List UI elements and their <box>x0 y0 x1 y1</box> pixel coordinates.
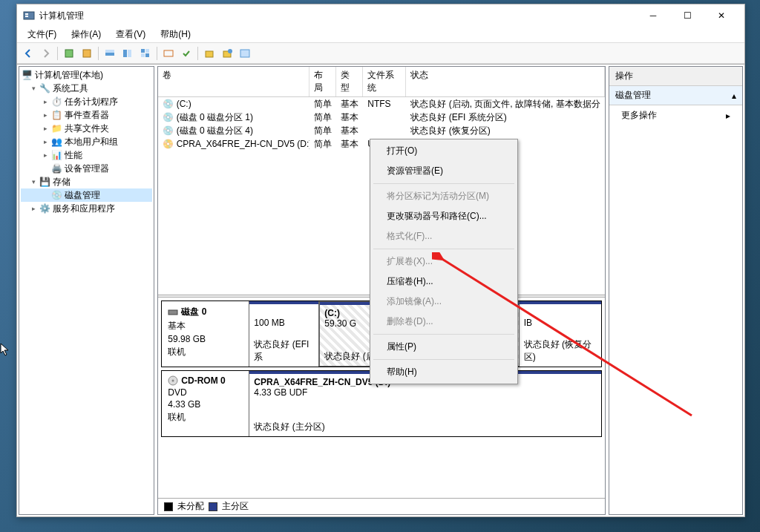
ctx-extend: 扩展卷(X)... <box>372 252 516 272</box>
tool-icon-1[interactable] <box>61 45 77 62</box>
svg-rect-3 <box>65 50 73 57</box>
svg-rect-17 <box>240 50 249 57</box>
svg-point-20 <box>172 380 174 382</box>
svg-rect-18 <box>168 310 177 315</box>
cursor-icon <box>0 343 12 358</box>
close-button[interactable]: ✕ <box>704 4 738 27</box>
svg-rect-12 <box>145 53 149 57</box>
ctx-change-letter[interactable]: 更改驱动器号和路径(C)... <box>372 206 516 226</box>
actions-panel: 操作 磁盘管理 ▴ 更多操作 ▸ <box>609 66 743 515</box>
col-status[interactable]: 状态 <box>406 67 604 96</box>
context-menu: 打开(O) 资源管理器(E) 将分区标记为活动分区(M) 更改驱动器号和路径(C… <box>370 139 518 384</box>
legend-primary-box <box>209 502 217 511</box>
ctx-mark-active: 将分区标记为活动分区(M) <box>372 186 516 206</box>
window-title: 计算机管理 <box>39 10 636 22</box>
toolbar <box>17 43 744 64</box>
tree-services[interactable]: ▸⚙️服务和应用程序 <box>21 202 152 215</box>
back-button[interactable] <box>20 45 36 62</box>
menu-help[interactable]: 帮助(H) <box>154 27 197 42</box>
ctx-shrink[interactable]: 压缩卷(H)... <box>372 272 516 292</box>
partition-recovery[interactable]: IB 状态良好 (恢复分区) <box>520 301 601 367</box>
ctx-delete: 删除卷(D)... <box>372 312 516 332</box>
tool-icon-7[interactable] <box>178 45 194 62</box>
tool-icon-9[interactable] <box>219 45 235 62</box>
volume-header: 卷 布局 类型 文件系统 状态 <box>158 67 604 97</box>
tool-icon-4[interactable] <box>119 45 136 62</box>
disk-icon <box>168 307 178 318</box>
titlebar: 计算机管理 ─ ☐ ✕ <box>17 4 744 27</box>
svg-rect-14 <box>206 51 213 57</box>
tree-root[interactable]: 🖥️计算机管理(本地) <box>21 68 152 82</box>
tree-device-manager[interactable]: 🖨️设备管理器 <box>21 162 152 175</box>
svg-rect-4 <box>83 50 91 57</box>
tool-icon-10[interactable] <box>237 45 253 62</box>
legend-unallocated-box <box>164 502 173 511</box>
menu-file[interactable]: 文件(F) <box>22 27 62 42</box>
ctx-explorer[interactable]: 资源管理器(E) <box>372 161 516 181</box>
actions-header: 操作 <box>609 67 742 86</box>
app-icon <box>23 10 35 22</box>
cdrom-info[interactable]: CD-ROM 0 DVD 4.33 GB 联机 <box>162 371 249 436</box>
col-layout[interactable]: 布局 <box>309 67 336 96</box>
action-more[interactable]: 更多操作 ▸ <box>609 105 742 125</box>
tree-task-scheduler[interactable]: ▸⏱️任务计划程序 <box>21 95 152 108</box>
tool-icon-2[interactable] <box>79 45 95 62</box>
svg-rect-6 <box>105 50 114 53</box>
ctx-add-mirror: 添加镜像(A)... <box>372 292 516 312</box>
disk-0-info[interactable]: 磁盘 0 基本 59.98 GB 联机 <box>162 301 249 367</box>
tree-event-viewer[interactable]: ▸📋事件查看器 <box>21 108 152 122</box>
svg-rect-7 <box>123 50 127 57</box>
menu-view[interactable]: 查看(V) <box>110 27 151 42</box>
menu-operations[interactable]: 操作(A) <box>65 27 107 42</box>
ctx-help[interactable]: 帮助(H) <box>372 362 516 382</box>
tree-local-users[interactable]: ▸👥本地用户和组 <box>21 135 152 148</box>
svg-rect-13 <box>164 50 173 56</box>
tree-storage[interactable]: ▾💾存储 <box>21 175 152 188</box>
cdrom-icon <box>168 375 178 386</box>
tool-icon-3[interactable] <box>102 45 118 62</box>
tree-system-tools[interactable]: ▾🔧系统工具 <box>21 82 152 95</box>
tree-performance[interactable]: ▸📊性能 <box>21 148 152 162</box>
tree-shared-folders[interactable]: ▸📁共享文件夹 <box>21 122 152 135</box>
tree-disk-management[interactable]: 💿磁盘管理 <box>21 188 152 202</box>
col-type[interactable]: 类型 <box>336 67 363 96</box>
col-volume[interactable]: 卷 <box>158 67 309 96</box>
ctx-properties[interactable]: 属性(P) <box>372 337 516 357</box>
ctx-open[interactable]: 打开(O) <box>372 141 516 161</box>
legend: 未分配 主分区 <box>158 498 604 514</box>
ctx-format: 格式化(F)... <box>372 226 516 246</box>
svg-rect-9 <box>141 49 145 53</box>
svg-point-16 <box>228 49 232 53</box>
svg-rect-5 <box>105 53 114 56</box>
tool-icon-6[interactable] <box>160 45 177 62</box>
volume-row[interactable]: 💿 (C:) 简单 基本 NTFS 状态良好 (启动, 页面文件, 故障转储, … <box>158 97 604 111</box>
svg-rect-10 <box>145 49 149 53</box>
menubar: 文件(F) 操作(A) 查看(V) 帮助(H) <box>17 27 744 43</box>
tree-panel: 🖥️计算机管理(本地) ▾🔧系统工具 ▸⏱️任务计划程序 ▸📋事件查看器 ▸📁共… <box>19 66 154 515</box>
collapse-icon: ▴ <box>732 91 736 101</box>
forward-button[interactable] <box>38 45 54 62</box>
volume-row[interactable]: 💿 (磁盘 0 磁盘分区 1) 简单 基本 状态良好 (EFI 系统分区) <box>158 111 604 124</box>
svg-rect-8 <box>128 50 131 57</box>
maximize-button[interactable]: ☐ <box>670 4 704 27</box>
partition-efi[interactable]: 100 MB 状态良好 (EFI 系 <box>249 301 319 367</box>
chevron-right-icon: ▸ <box>726 111 730 121</box>
col-filesystem[interactable]: 文件系统 <box>363 67 406 96</box>
minimize-button[interactable]: ─ <box>636 4 670 27</box>
volume-row[interactable]: 💿 (磁盘 0 磁盘分区 4) 简单 基本 状态良好 (恢复分区) <box>158 124 604 137</box>
tool-icon-8[interactable] <box>201 45 217 62</box>
svg-rect-2 <box>25 16 28 17</box>
actions-section-disk[interactable]: 磁盘管理 ▴ <box>609 86 742 105</box>
svg-rect-11 <box>141 53 145 57</box>
svg-rect-1 <box>25 13 28 15</box>
tool-icon-5[interactable] <box>137 45 154 62</box>
